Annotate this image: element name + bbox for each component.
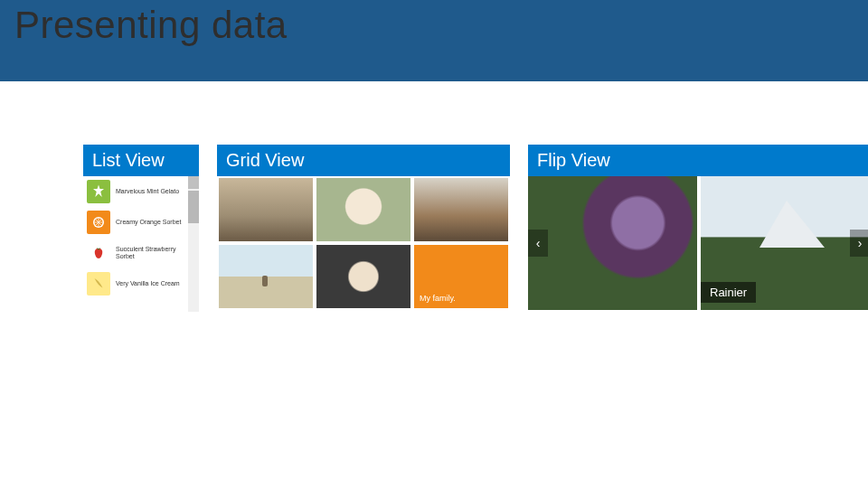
grid-tile[interactable] [316,245,410,308]
list-item[interactable]: Succulent Strawberry Sorbet [83,238,188,268]
flip-next-button[interactable]: › [850,230,868,257]
grid-tile[interactable]: My family. [414,245,508,308]
list-view-panel: List View Marvelous Mint Gelato Creamy O… [83,145,199,312]
grid-view-panel: Grid View My family. [217,145,510,312]
panels-row: List View Marvelous Mint Gelato Creamy O… [83,145,868,312]
list-item-label: Very Vanilla Ice Cream [116,280,180,287]
flip-view-header: Flip View [528,145,868,176]
flip-image[interactable]: ‹ [528,176,697,310]
list-view-header: List View [83,145,199,176]
list-item-label: Marvelous Mint Gelato [116,188,179,195]
grid-tile[interactable] [414,178,508,241]
list-item[interactable]: Marvelous Mint Gelato [83,176,188,207]
strawberry-icon [87,241,110,265]
orange-icon [87,211,110,234]
grid-tile[interactable] [219,245,313,308]
grid-tile[interactable] [316,178,410,241]
flip-view-panel: Flip View ‹ Rainier › [528,145,868,312]
grid-tile[interactable] [219,178,313,241]
grid-tile-caption: My family. [420,294,456,303]
flip-caption: Rainier [701,282,756,303]
list-item-label: Creamy Orange Sorbet [116,219,181,226]
flip-view-body: ‹ Rainier › [528,176,868,310]
list-view-body[interactable]: Marvelous Mint Gelato Creamy Orange Sorb… [83,176,199,312]
page-title: Presenting data [14,4,288,47]
grid-view-body: My family. [217,176,510,310]
list-item[interactable]: Very Vanilla Ice Cream [83,268,188,299]
leaf-icon [87,180,110,203]
list-item-label: Succulent Strawberry Sorbet [116,246,184,259]
list-item[interactable]: Creamy Orange Sorbet [83,207,188,238]
vanilla-icon [87,272,110,296]
flip-prev-button[interactable]: ‹ [528,230,548,257]
flip-image[interactable]: Rainier › [701,176,868,310]
slide: Presenting data List View Marvelous Mint… [0,0,868,488]
grid-view-header: Grid View [217,145,510,176]
